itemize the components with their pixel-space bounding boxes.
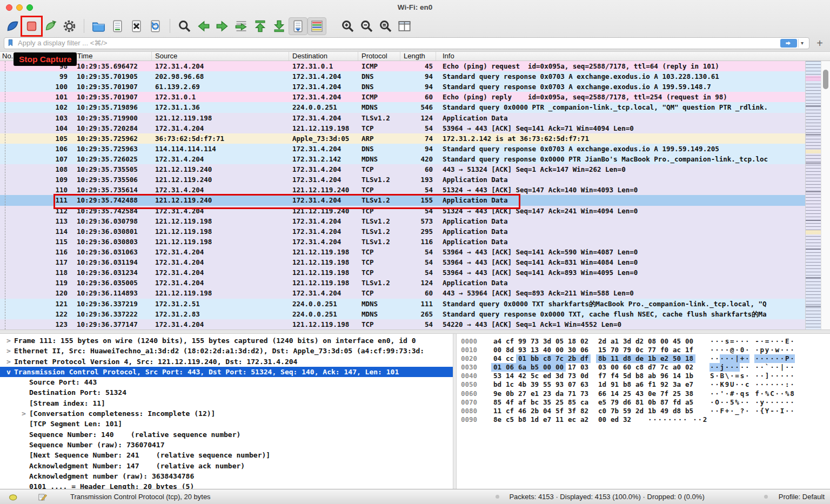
hex-byte[interactable]: 07 <box>566 380 578 389</box>
hex-byte[interactable]: 73 <box>578 389 591 398</box>
packet-minimap[interactable] <box>805 61 821 330</box>
hex-byte[interactable]: 01 <box>491 363 504 372</box>
zoom-in-button[interactable] <box>338 17 357 35</box>
hex-byte[interactable]: ca <box>578 398 591 407</box>
hex-byte[interactable]: 35 <box>541 398 553 407</box>
hex-byte[interactable]: 66 <box>596 389 608 398</box>
hex-byte[interactable]: e1 <box>528 389 541 398</box>
hex-byte[interactable]: a6 <box>633 380 646 389</box>
packet-row-111[interactable]: 11110:29:35.742488121.12.119.240172.31.4… <box>0 195 805 205</box>
hex-byte[interactable]: f1 <box>646 380 658 389</box>
hex-byte[interactable]: 93 <box>553 380 566 389</box>
hex-byte[interactable]: a2 <box>578 415 591 424</box>
hex-byte[interactable]: ed <box>608 415 621 424</box>
go-to-packet-button[interactable] <box>232 17 251 35</box>
hex-byte[interactable]: cc <box>504 354 516 363</box>
packet-row-117[interactable]: 11710:29:36.031194172.31.4.204121.12.119… <box>0 257 805 267</box>
hex-byte[interactable]: d8 <box>621 354 633 363</box>
hex-byte[interactable]: 06 <box>578 346 591 354</box>
packet-row-107[interactable]: 10710:29:35.726025172.31.4.204172.31.2.1… <box>0 154 805 164</box>
packet-row-109[interactable]: 10910:29:35.735506121.12.119.240172.31.4… <box>0 174 805 185</box>
hex-byte[interactable]: 55 <box>541 380 553 389</box>
packet-row-118[interactable]: 11810:29:36.031234172.31.4.204121.12.119… <box>0 267 805 278</box>
expert-info-button[interactable] <box>8 491 19 503</box>
hex-byte[interactable]: b5 <box>683 407 695 415</box>
hex-byte[interactable]: d7 <box>646 363 658 372</box>
hex-byte[interactable]: 02 <box>578 337 591 346</box>
hex-byte[interactable]: d2 <box>633 337 646 346</box>
hex-byte[interactable]: 3d <box>541 337 553 346</box>
hex-byte[interactable]: 49 <box>658 407 671 415</box>
hex-byte[interactable]: cf <box>504 337 516 346</box>
column-header-length[interactable]: Length <box>400 52 436 61</box>
hex-byte[interactable]: 18 <box>683 354 695 363</box>
hex-byte[interactable]: 01 <box>516 354 528 363</box>
hex-byte[interactable]: 14 <box>671 372 683 380</box>
hex-byte[interactable]: 38 <box>683 389 695 398</box>
hex-byte[interactable]: a4 <box>491 337 504 346</box>
hex-byte[interactable]: 0c <box>633 346 646 354</box>
packet-row-102[interactable]: 10210:29:35.719896172.31.1.36224.0.0.251… <box>0 102 805 112</box>
hex-byte[interactable]: 11 <box>553 415 566 424</box>
hex-byte[interactable]: 6a <box>516 363 528 372</box>
hex-byte[interactable]: 63 <box>578 380 591 389</box>
detail-line[interactable]: 0101 .... = Header Length: 20 bytes (5) <box>0 481 453 489</box>
hex-byte[interactable]: de <box>633 354 646 363</box>
hex-byte[interactable]: af <box>516 398 528 407</box>
pane-splitter[interactable] <box>0 330 830 334</box>
hex-byte[interactable]: b5 <box>528 363 541 372</box>
hex-byte[interactable]: 23 <box>541 389 553 398</box>
hex-byte[interactable]: ac <box>671 346 683 354</box>
hex-byte[interactable]: e5 <box>596 398 608 407</box>
hex-byte[interactable]: 1f <box>683 346 695 354</box>
hex-byte[interactable]: 00 <box>683 337 695 346</box>
hex-byte[interactable]: 00 <box>491 346 504 354</box>
hex-byte[interactable]: 96 <box>658 372 671 380</box>
hex-byte[interactable]: 08 <box>646 337 658 346</box>
packet-row-123[interactable]: 12310:29:36.377147172.31.4.204121.12.119… <box>0 319 805 330</box>
hex-byte[interactable]: 85 <box>491 398 504 407</box>
hex-byte[interactable]: 02 <box>683 363 695 372</box>
hex-byte[interactable]: 3a <box>671 380 683 389</box>
display-filter-field[interactable]: ▾ <box>4 37 809 49</box>
hex-byte[interactable]: 15 <box>596 346 608 354</box>
packet-list-scrollbar[interactable] <box>821 61 830 330</box>
hex-byte[interactable]: 71 <box>566 389 578 398</box>
collapsed-arrow-icon[interactable]: > <box>18 408 29 419</box>
hex-row-0050[interactable]: 0050bd1c4b39559307631d91b8a6f1923ae7··K9… <box>461 380 830 389</box>
hex-byte[interactable]: 45 <box>671 337 683 346</box>
find-packet-button[interactable] <box>175 17 194 35</box>
packet-row-98[interactable]: 9810:29:35.696472172.31.4.204172.31.0.1I… <box>0 61 805 71</box>
detail-line[interactable]: Acknowledgment Number: 147 (relative ack… <box>0 461 453 471</box>
packet-row-99[interactable]: 9910:29:35.701905202.98.96.68172.31.4.20… <box>0 71 805 82</box>
packet-row-100[interactable]: 10010:29:35.70190761.139.2.69172.31.4.20… <box>0 82 805 92</box>
hex-byte[interactable]: 4f <box>504 398 516 407</box>
detail-line[interactable]: >[Conversation completeness: Incomplete … <box>0 408 453 419</box>
hex-byte[interactable]: c0 <box>596 407 608 415</box>
hex-byte[interactable]: 7b <box>608 407 621 415</box>
hex-byte[interactable]: bb <box>528 354 541 363</box>
hex-byte[interactable]: f0 <box>658 346 671 354</box>
detail-line[interactable]: >Frame 111: 155 bytes on wire (1240 bits… <box>0 335 453 346</box>
hex-byte[interactable]: 00 <box>596 415 608 424</box>
hex-byte[interactable]: 14 <box>504 372 516 380</box>
hex-byte[interactable]: 13 <box>528 346 541 354</box>
detail-line[interactable]: Sequence Number: 140 (relative sequence … <box>0 429 453 440</box>
hex-byte[interactable]: 0d <box>578 372 591 380</box>
hex-byte[interactable]: 14 <box>608 389 621 398</box>
detail-line[interactable]: Source Port: 443 <box>0 377 453 387</box>
auto-scroll-button[interactable] <box>289 17 307 35</box>
hex-byte[interactable]: 92 <box>658 380 671 389</box>
hex-byte[interactable]: bc <box>528 398 541 407</box>
hex-byte[interactable]: a0 <box>671 363 683 372</box>
hex-byte[interactable]: 81 <box>633 398 646 407</box>
hex-byte[interactable]: 2b <box>566 354 578 363</box>
hex-byte[interactable]: b8 <box>516 415 528 424</box>
packet-row-108[interactable]: 10810:29:35.735505121.12.119.240172.31.4… <box>0 164 805 174</box>
hex-byte[interactable]: 93 <box>516 346 528 354</box>
detail-line[interactable]: [Next Sequence Number: 241 (relative seq… <box>0 450 453 460</box>
hex-row-0030[interactable]: 003001066ab500001703030060c8d77ca002··j·… <box>461 363 830 372</box>
column-header-protocol[interactable]: Protocol <box>358 52 400 61</box>
hex-byte[interactable]: 8b <box>596 354 608 363</box>
hex-byte[interactable]: 11 <box>608 354 621 363</box>
